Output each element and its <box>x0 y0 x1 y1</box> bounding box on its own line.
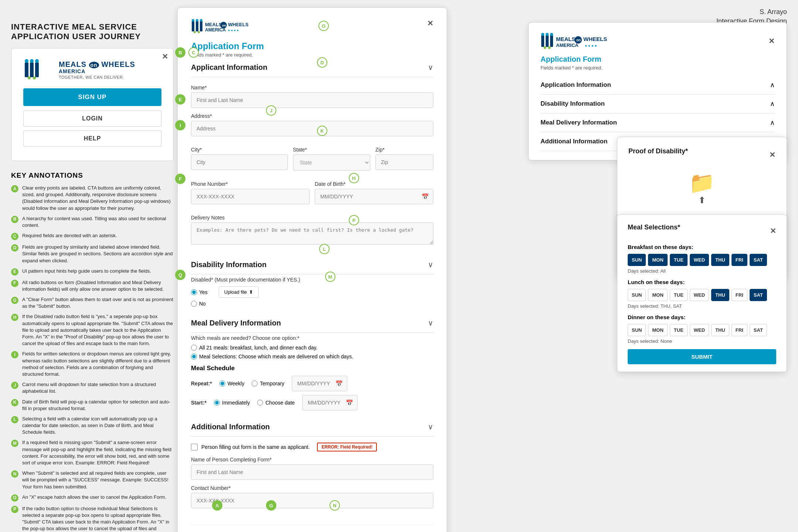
login-button[interactable]: LOGIN <box>23 110 161 127</box>
svg-text:AMERICA: AMERICA <box>205 27 226 33</box>
dinner-days-mon-button[interactable]: MON <box>648 324 667 336</box>
name-input[interactable] <box>191 92 433 108</box>
breakfast-days-wed-button[interactable]: WED <box>690 254 709 266</box>
breakfast-days-sat-button[interactable]: SAT <box>750 254 767 266</box>
immediately-radio[interactable] <box>214 400 220 406</box>
calendar-temp-icon[interactable]: 📅 <box>335 380 343 387</box>
calendar-icon[interactable]: 📅 <box>422 193 429 200</box>
yes-radio-item[interactable]: Yes <box>191 289 208 295</box>
choose-date-radio-item[interactable]: Choose date <box>257 400 294 406</box>
lunch-days-fri-button[interactable]: FRI <box>732 289 747 301</box>
close-form-icon[interactable]: ✕ <box>427 19 433 28</box>
annotation-b-circle: B <box>175 47 185 58</box>
weekly-radio-item[interactable]: Weekly <box>219 381 245 386</box>
lunch-days-thu-button[interactable]: THU <box>711 289 729 301</box>
help-button-signin[interactable]: HELP <box>23 130 161 147</box>
completer-name-input[interactable] <box>191 464 433 480</box>
immediately-radio-item[interactable]: Immediately <box>214 400 250 406</box>
meal-selections-radio-item[interactable]: Meal Selections: Choose which meals are … <box>191 354 353 359</box>
notes-textarea[interactable] <box>191 222 433 245</box>
annotation-text-e: UI pattern input hints help guide users … <box>22 268 151 276</box>
right-section-disability[interactable]: Disability Information ∧ <box>540 95 775 113</box>
svg-point-28 <box>544 47 546 49</box>
brand-name-2: AMERICA <box>59 68 85 74</box>
close-meal-popup-icon[interactable]: ✕ <box>770 226 776 235</box>
contact-number-input[interactable] <box>191 493 433 508</box>
signin-box: ✕ MEALS on WHEELS <box>11 48 174 161</box>
lunch-days-sun-button[interactable]: SUN <box>628 289 646 301</box>
form-bottom-bar: HELP CLEAR FORM SUBMIT SUCCESS! Your for… <box>191 525 433 532</box>
annotation-text-a: Clear entry points are labeled. CTA butt… <box>22 185 174 212</box>
breakfast-days-tue-button[interactable]: TUE <box>670 254 688 266</box>
lunch-days-mon-button[interactable]: MON <box>648 289 667 301</box>
disabled-radio-group: Yes Upload file ⬆ <box>191 286 433 298</box>
calendar-start-icon[interactable]: 📅 <box>346 399 353 406</box>
all-meals-radio[interactable] <box>191 345 197 351</box>
same-as-applicant-checkbox[interactable] <box>191 444 198 450</box>
city-input[interactable] <box>191 154 288 170</box>
section-meal-header[interactable]: Meal Delivery Information ∨ <box>191 313 433 333</box>
annotation-k-circle: K <box>317 126 327 136</box>
section-disability-header[interactable]: Disability Information ∨ <box>191 255 433 274</box>
breakfast-days-thu-button[interactable]: THU <box>711 254 729 266</box>
signup-button[interactable]: SIGN UP <box>23 88 161 106</box>
svg-text:WHEELS: WHEELS <box>228 22 249 27</box>
lunch-days-tue-button[interactable]: TUE <box>670 289 688 301</box>
dinner-days-fri-button[interactable]: FRI <box>732 324 747 336</box>
yes-radio[interactable] <box>191 289 197 295</box>
right-section-application[interactable]: Application Information ∧ <box>540 76 775 95</box>
annotation-g-circle: G <box>266 500 276 511</box>
no-radio[interactable] <box>191 301 197 307</box>
lunch-days-sat-button[interactable]: SAT <box>750 289 767 301</box>
dinner-days-wed-button[interactable]: WED <box>690 324 709 336</box>
zip-input[interactable] <box>375 154 433 170</box>
dinner-days-thu-button[interactable]: THU <box>711 324 729 336</box>
annotation-letter-c: C <box>11 233 18 240</box>
breakfast-days-fri-button[interactable]: FRI <box>732 254 747 266</box>
breakfast-days-sun-button[interactable]: SUN <box>628 254 646 266</box>
annotation-n-circle: N <box>330 500 340 511</box>
annotation-c-circle: C <box>188 47 199 58</box>
svg-point-29 <box>548 47 551 49</box>
dob-label: Date of Birth* <box>315 181 433 187</box>
disability-popup-header: Proof of Disability* ✕ <box>628 147 775 162</box>
choose-date-radio[interactable] <box>257 400 263 406</box>
annotation-h-circle: H <box>349 173 359 183</box>
phone-input[interactable] <box>191 189 310 204</box>
right-form-required-note: Fields marked * are required. <box>540 65 775 71</box>
annotation-text-h: If the Disabled radio button field is "y… <box>22 313 174 347</box>
lunch-days-wed-button[interactable]: WED <box>690 289 709 301</box>
svg-point-11 <box>192 19 194 22</box>
close-disability-popup-icon[interactable]: ✕ <box>769 150 775 159</box>
section-applicant-header[interactable]: Applicant Information ∨ <box>191 58 433 77</box>
upload-file-button[interactable]: Upload file ⬆ <box>219 286 259 298</box>
close-signin-icon[interactable]: ✕ <box>162 52 168 61</box>
meal-submit-button[interactable]: SUBMIT <box>628 349 776 364</box>
application-form-modal: MEALS on WHEELS AMERICA ● ● ● ● ✕ Applic… <box>177 7 447 532</box>
temporary-radio-item[interactable]: Temporary <box>252 381 284 386</box>
repeat-row: Repeat:* Weekly Temporary 📅 <box>191 376 433 391</box>
annotations-list: AClear entry points are labeled. CTA but… <box>11 185 174 532</box>
all-meals-radio-item[interactable]: All 21 meals: breakfast, lunch, and dinn… <box>191 345 317 351</box>
meal-selections-radio[interactable] <box>191 354 197 359</box>
city-state-zip-row: City* State* State Zip* <box>191 141 433 176</box>
chevron-applicant-icon: ∨ <box>428 63 433 72</box>
section-additional-header[interactable]: Additional Information ∨ <box>191 417 433 437</box>
address-input[interactable] <box>191 121 433 136</box>
start-label: Start:* <box>191 400 207 406</box>
close-right-modal-icon[interactable]: ✕ <box>768 37 775 45</box>
temporary-radio[interactable] <box>252 381 258 386</box>
state-select[interactable]: State <box>293 154 370 171</box>
dinner-days-sat-button[interactable]: SAT <box>750 324 767 336</box>
annotation-text-f: All radio buttons on form (Disabled Info… <box>22 279 174 293</box>
weekly-radio[interactable] <box>219 381 225 386</box>
no-radio-item[interactable]: No <box>191 301 206 307</box>
dinner-days-tue-button[interactable]: TUE <box>670 324 688 336</box>
svg-rect-8 <box>192 21 194 31</box>
dob-input[interactable] <box>315 189 433 204</box>
dinner-days-sun-button[interactable]: SUN <box>628 324 646 336</box>
annotation-letter-k: K <box>11 399 18 406</box>
right-section-meal-delivery[interactable]: Meal Delivery Information ∧ <box>540 113 775 132</box>
breakfast-days-mon-button[interactable]: MON <box>648 254 667 266</box>
phone-dob-row: Phone Number* Date of Birth* 📅 <box>191 176 433 209</box>
